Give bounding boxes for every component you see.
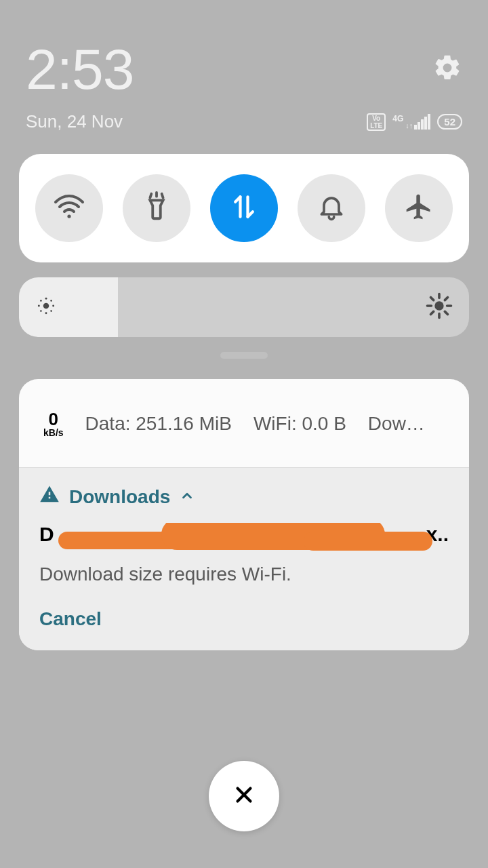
truncated-label: Dow… [368, 413, 425, 435]
bell-icon [317, 192, 346, 224]
svg-point-4 [38, 305, 40, 307]
brightness-high-icon [426, 292, 453, 322]
svg-point-3 [45, 312, 47, 314]
gear-icon[interactable] [432, 53, 462, 85]
mobile-data-toggle[interactable] [210, 174, 278, 242]
svg-point-7 [50, 300, 52, 302]
clock-time: 2:53 [26, 41, 134, 98]
flashlight-icon [141, 191, 172, 225]
cancel-button[interactable]: Cancel [39, 608, 449, 630]
svg-line-17 [431, 311, 434, 314]
data-arrows-icon [229, 192, 259, 224]
quick-toggles-card [19, 154, 469, 262]
data-usage-label: Data: 251.16 MiB [85, 413, 232, 435]
clear-all-button[interactable] [209, 761, 279, 831]
flashlight-toggle[interactable] [123, 174, 190, 242]
svg-point-6 [40, 300, 42, 302]
svg-line-18 [445, 298, 447, 300]
downloads-section-title: Downloads [69, 486, 170, 508]
warning-icon [39, 484, 60, 509]
download-notification[interactable]: Downloads D​​​​​​​​​​​​​​​​​​​​​​​​​​​​​… [19, 467, 469, 650]
close-icon [231, 782, 257, 810]
battery-icon: 52 [437, 114, 462, 130]
status-icons: VoLTE 4G ↓↑ 52 [367, 113, 462, 131]
download-subtext: Download size requires Wi-Fi. [39, 564, 449, 585]
speed-meter-notification[interactable]: 0 kB/s Data: 251.16 MiB WiFi: 0.0 B Dow… [19, 379, 469, 467]
wifi-toggle[interactable] [35, 174, 103, 242]
chevron-up-icon[interactable] [180, 486, 195, 508]
svg-point-9 [50, 310, 52, 312]
svg-point-2 [45, 298, 47, 300]
svg-point-5 [52, 305, 54, 307]
airplane-icon [404, 192, 434, 224]
wifi-usage-label: WiFi: 0.0 B [253, 413, 346, 435]
dnd-toggle[interactable] [298, 174, 365, 242]
airplane-toggle[interactable] [385, 174, 453, 242]
notification-card: 0 kB/s Data: 251.16 MiB WiFi: 0.0 B Dow…… [19, 379, 469, 650]
speed-indicator: 0 kB/s [43, 410, 64, 437]
svg-point-1 [43, 303, 49, 309]
brightness-low-icon [35, 295, 57, 319]
svg-point-10 [434, 301, 443, 310]
wifi-icon [53, 191, 85, 226]
drag-handle[interactable] [220, 352, 268, 359]
svg-line-16 [445, 311, 447, 314]
brightness-slider[interactable] [19, 277, 469, 337]
status-header: 2:53 Sun, 24 Nov VoLTE 4G ↓↑ 52 [0, 0, 488, 132]
svg-point-8 [40, 310, 42, 312]
volte-icon: VoLTE [367, 113, 386, 131]
svg-line-15 [431, 298, 434, 300]
signal-icon: 4G ↓↑ [392, 114, 430, 130]
status-date: Sun, 24 Nov [26, 111, 123, 132]
svg-point-0 [67, 214, 70, 218]
